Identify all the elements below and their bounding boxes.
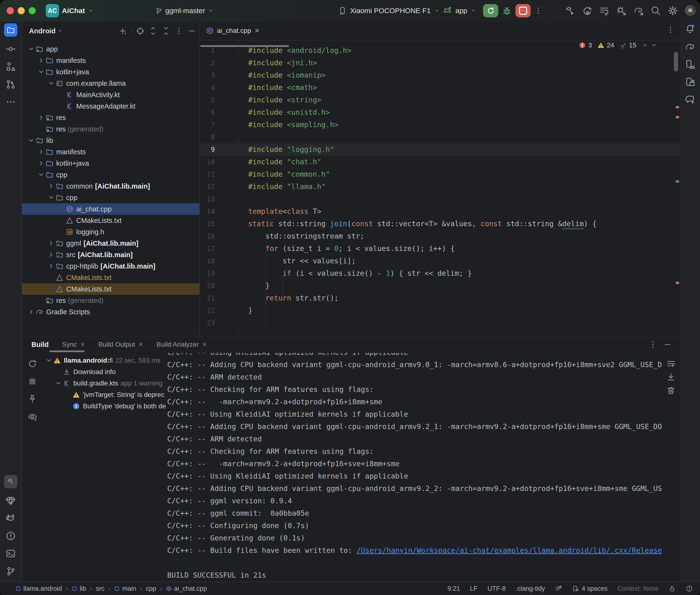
stop-button[interactable]	[515, 4, 531, 18]
chevron-right-icon[interactable]	[37, 159, 45, 167]
close-tab-icon[interactable]: ✕	[254, 27, 260, 34]
breadcrumb-item[interactable]: llama.android	[15, 585, 62, 592]
build-variants-icon[interactable]	[599, 5, 610, 16]
suspend-icon[interactable]	[28, 377, 37, 386]
project-tree[interactable]: appmanifestskotlin+javacom.example.llama…	[22, 43, 199, 336]
vcs-branch-widget[interactable]: ggml-master	[155, 0, 214, 22]
project-tree-row[interactable]: app	[22, 43, 199, 55]
project-view-selector[interactable]: Android	[29, 27, 63, 35]
pull-requests-tool-icon[interactable]	[5, 79, 16, 89]
chevron-right-icon[interactable]	[47, 251, 55, 259]
running-devices-icon[interactable]	[685, 77, 695, 87]
avatar[interactable]	[685, 5, 696, 17]
build-run-icon[interactable]	[565, 5, 575, 16]
close-icon[interactable]: ✕	[138, 341, 143, 348]
chevron-right-icon[interactable]	[47, 182, 55, 190]
chevron-down-icon[interactable]	[37, 68, 45, 76]
more-run-options-button[interactable]	[534, 6, 542, 15]
project-tree-row[interactable]: lib	[22, 135, 199, 146]
hide-panel-icon[interactable]	[188, 27, 196, 35]
more-tools-icon[interactable]	[5, 97, 16, 107]
scroll-to-end-icon[interactable]	[666, 372, 676, 382]
build-tree-row[interactable]: build.gradle.ktsapp 1 warning	[43, 378, 167, 389]
build-tree-row[interactable]: BuildType 'debug' is both de	[43, 400, 167, 412]
project-tree-row[interactable]: res(generated)	[22, 295, 199, 306]
resource-context[interactable]: Context: None	[617, 585, 659, 592]
chevron-right-icon[interactable]	[37, 56, 45, 64]
collapse-all-icon[interactable]	[162, 27, 170, 35]
chevron-right-icon[interactable]	[47, 239, 55, 247]
project-tree-row[interactable]: cpp-httplib[AiChat.lib.main]	[22, 260, 199, 272]
gradle-sync-icon[interactable]	[633, 5, 644, 16]
project-tree-row[interactable]: CMakeLists.txt	[22, 283, 199, 295]
project-tree-row[interactable]: cpp	[22, 192, 199, 203]
build-tree-row[interactable]: llama.android: fi22 sec, 583 ms	[43, 355, 167, 366]
project-tree-row[interactable]: CMakeLists.txt	[22, 215, 199, 226]
chevron-right-icon[interactable]	[37, 148, 45, 156]
refresh-icon[interactable]	[28, 359, 37, 369]
build-log[interactable]: C/C++: -- Using KleidiAI optimized kerne…	[167, 353, 680, 582]
inspections-widget[interactable]: 3 24 15	[579, 41, 657, 49]
minimize-window-button[interactable]	[18, 7, 25, 14]
project-tree-row[interactable]: kotlin+java	[22, 158, 199, 169]
chevron-down-icon[interactable]	[37, 171, 45, 179]
inspection-profile[interactable]: .clang-tidy	[516, 585, 545, 592]
zoom-window-button[interactable]	[29, 7, 36, 14]
breadcrumb-item[interactable]: src	[96, 585, 104, 592]
formatter-icon[interactable]	[555, 585, 562, 592]
expand-all-icon[interactable]	[149, 27, 158, 35]
tab-build-analyzer[interactable]: Build Analyzer✕	[157, 341, 207, 348]
build-output-link[interactable]: /Users/hanyin/Workspace/ai-chat/examples…	[357, 546, 662, 555]
project-tool-button[interactable]	[4, 23, 18, 37]
prev-problem-icon[interactable]	[642, 42, 648, 49]
device-manager-icon[interactable]	[685, 59, 695, 69]
project-tree-row[interactable]: CMakeLists.txt	[22, 272, 199, 283]
sync-translations-icon[interactable]: A	[582, 5, 592, 16]
device-selector[interactable]: Xiaomi POCOPHONE F1	[338, 0, 440, 22]
caret-position[interactable]: 9:21	[448, 585, 460, 592]
chevron-right-icon[interactable]	[37, 114, 45, 122]
error-analysis-icon[interactable]	[686, 585, 693, 592]
logcat-icon[interactable]	[5, 513, 16, 523]
close-window-button[interactable]	[7, 7, 14, 14]
search-everywhere-icon[interactable]	[650, 5, 661, 16]
breadcrumb-item[interactable]: main	[114, 585, 136, 592]
chevron-down-icon[interactable]	[27, 136, 35, 144]
chevron-right-icon[interactable]	[47, 262, 55, 270]
lock-icon[interactable]	[669, 585, 676, 592]
project-tree-row[interactable]: Cai_chat.cpp	[22, 203, 199, 215]
settings-gear-icon[interactable]	[668, 5, 678, 16]
breadcrumb-item[interactable]: Cai_chat.cpp	[166, 585, 207, 592]
gemini-chat-icon[interactable]	[685, 94, 695, 105]
build-tool-button[interactable]	[4, 475, 18, 488]
tab-sync[interactable]: Sync✕	[62, 341, 85, 348]
next-problem-icon[interactable]	[651, 42, 657, 49]
project-tree-row[interactable]: res(generated)	[22, 123, 199, 135]
close-icon[interactable]: ✕	[80, 341, 85, 348]
project-tree-row[interactable]: manifests	[22, 55, 199, 66]
project-tree-row[interactable]: MessageAdapter.kt	[22, 101, 199, 112]
breadcrumb-item[interactable]: cpp	[146, 585, 156, 592]
notifications-bell-icon[interactable]	[685, 24, 695, 34]
clear-log-icon[interactable]	[666, 386, 676, 395]
chevron-down-icon[interactable]	[54, 379, 62, 387]
file-encoding[interactable]: UTF-8	[487, 585, 506, 592]
build-tree[interactable]: llama.android: fi22 sec, 583 msDownload …	[43, 355, 167, 582]
editor-tab[interactable]: C ai_chat.cpp ✕	[200, 22, 266, 40]
tab-build-output[interactable]: Build Output✕	[99, 341, 143, 348]
error-stripe-mark[interactable]	[676, 116, 679, 118]
attach-debugger-icon[interactable]	[616, 5, 627, 16]
run-config-name[interactable]: app	[455, 7, 467, 15]
add-new-icon[interactable]	[118, 27, 127, 35]
soft-wrap-icon[interactable]	[666, 359, 676, 369]
panel-options-icon[interactable]	[175, 27, 183, 35]
build-tree-row[interactable]: 'jvmTarget: String' is deprec	[43, 389, 167, 400]
build-options-icon[interactable]	[648, 340, 657, 349]
view-options-eye-icon[interactable]	[28, 412, 37, 421]
locate-file-icon[interactable]	[136, 27, 145, 35]
chevron-down-icon[interactable]	[27, 45, 35, 53]
project-tree-row[interactable]: cpp	[22, 169, 199, 180]
chevron-right-icon[interactable]	[27, 308, 35, 316]
project-tree-row[interactable]: Gradle Scripts	[22, 306, 199, 318]
problems-tool-icon[interactable]	[5, 531, 16, 541]
